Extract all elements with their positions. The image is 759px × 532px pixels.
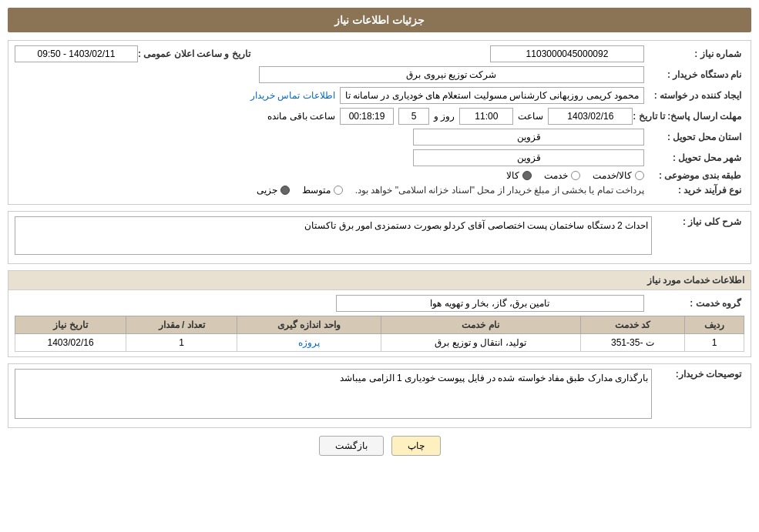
col-quantity: تعداد / مقدار: [126, 316, 237, 334]
buyer-desc-content: بارگذاری مدارک طبق مفاد خواسته شده در فا…: [15, 369, 652, 419]
print-button[interactable]: چاپ: [391, 436, 441, 456]
page-wrapper: جزئیات اطلاعات نیاز شماره نیاز : 1103000…: [0, 0, 759, 532]
buyer-desc-label: توصیحات خریدار:: [652, 369, 744, 380]
row-service-group: گروه خدمت : تامین برق، گاز، بخار و تهویه…: [15, 295, 744, 312]
label-hour: ساعت: [518, 111, 543, 122]
category-goods-label: کالا: [506, 170, 519, 181]
row-city: شهر محل تحویل : قزوین: [15, 149, 744, 166]
label-days: روز و: [434, 111, 455, 122]
radio-partial-circle: [280, 186, 290, 195]
col-code: کد خدمت: [580, 316, 685, 334]
buyer-desc-row: توصیحات خریدار: بارگذاری مدارک طبق مفاد …: [15, 369, 744, 419]
services-table: ردیف کد خدمت نام خدمت واحد اندازه گیری ت…: [15, 316, 744, 352]
label-creator: ایجاد کننده در خواسته :: [644, 90, 744, 101]
need-desc-section: شرح کلی نیاز : احداث 2 دستگاه ساختمان پس…: [8, 211, 751, 264]
page-title: جزئیات اطلاعات نیاز: [8, 8, 751, 32]
cell-row-num: 1: [685, 334, 744, 352]
row-creator: ایجاد کننده در خواسته : محمود کریمی روزب…: [15, 87, 744, 104]
label-category: طبقه بندی موضوعی :: [644, 170, 744, 181]
city-value: قزوین: [413, 149, 644, 166]
services-section: اطلاعات خدمات مورد نیاز گروه خدمت : تامی…: [8, 270, 751, 357]
province-value: قزوین: [413, 129, 644, 146]
need-content-row: شرح کلی نیاز : احداث 2 دستگاه ساختمان پس…: [15, 216, 744, 255]
row-need-number: شماره نیاز : 1103000045000092 تاریخ و سا…: [15, 45, 744, 62]
row-province: استان محل تحویل : قزوین: [15, 129, 744, 146]
radio-goods-circle: [522, 171, 532, 180]
cell-unit: پروژه: [237, 334, 381, 352]
button-area: چاپ بازگشت: [8, 436, 751, 456]
service-group-value: تامین برق، گاز، بخار و تهویه هوا: [336, 295, 644, 312]
creator-value: محمود کریمی روزبهانی کارشناس مسولیت استع…: [340, 87, 644, 104]
radio-medium[interactable]: متوسط: [302, 185, 343, 196]
radio-medium-circle: [334, 186, 343, 195]
cell-name: تولید، انتقال و توزیع برق: [381, 334, 580, 352]
label-city: شهر محل تحویل :: [644, 152, 744, 163]
category-goods-service-label: کالا/خدمت: [593, 170, 632, 181]
label-proc-type: نوع فرآیند خرید :: [644, 185, 744, 196]
label-announce-datetime: تاریخ و ساعت اعلان عمومی :: [138, 49, 254, 59]
row-buyer-name: نام دستگاه خریدار : شرکت توزیع نیروی برق: [15, 66, 744, 83]
radio-goods-service[interactable]: کالا/خدمت: [593, 170, 644, 181]
table-row: 1 ت -35-351 تولید، انتقال و توزیع برق پر…: [15, 334, 744, 352]
reply-remaining-value: 00:18:19: [340, 108, 394, 125]
proc-type-desc: پرداخت تمام یا بخشی از مبلغ خریدار از مح…: [355, 185, 644, 196]
col-row-num: ردیف: [685, 316, 744, 334]
buyer-name-value: شرکت توزیع نیروی برق: [259, 66, 644, 83]
reply-hour-value: 11:00: [459, 108, 513, 125]
col-unit: واحد اندازه گیری: [237, 316, 381, 334]
reply-date-value: 1403/02/16: [548, 108, 633, 125]
label-remaining: ساعت باقی مانده: [267, 111, 335, 122]
radio-goods[interactable]: کالا: [506, 170, 532, 181]
cell-quantity: 1: [126, 334, 237, 352]
announce-datetime-value: 1403/02/11 - 09:50: [15, 45, 138, 62]
services-section-title: اطلاعات خدمات مورد نیاز: [8, 271, 751, 290]
radio-goods-service-circle: [635, 171, 644, 180]
creator-link[interactable]: اطلاعات تماس خریدار: [250, 90, 335, 101]
col-date: تاریخ نیاز: [15, 316, 126, 334]
radio-partial[interactable]: جزیی: [257, 185, 290, 196]
proc-type-medium-label: متوسط: [302, 185, 331, 196]
label-reply-deadline: مهلت ارسال پاسخ: تا تاریخ :: [633, 111, 744, 122]
category-service-label: خدمت: [544, 170, 568, 181]
label-service-group: گروه خدمت :: [644, 298, 744, 309]
need-content: احداث 2 دستگاه ساختمان پست اختصاصی آقای …: [15, 216, 652, 255]
reply-days-value: 5: [398, 108, 429, 125]
back-button[interactable]: بازگشت: [319, 436, 384, 456]
row-reply-deadline: مهلت ارسال پاسخ: تا تاریخ : 1403/02/16 س…: [15, 108, 744, 125]
row-proc-type: نوع فرآیند خرید : پرداخت تمام یا بخشی از…: [15, 185, 744, 196]
cell-code: ت -35-351: [580, 334, 685, 352]
proc-type-partial-label: جزیی: [257, 185, 277, 196]
radio-service[interactable]: خدمت: [544, 170, 580, 181]
label-buyer-name: نام دستگاه خریدار :: [644, 69, 744, 80]
cell-date: 1403/02/16: [15, 334, 126, 352]
col-name: نام خدمت: [381, 316, 580, 334]
buyer-desc-section: توصیحات خریدار: بارگذاری مدارک طبق مفاد …: [8, 363, 751, 428]
need-section-title: شرح کلی نیاز :: [652, 216, 744, 227]
need-number-value: 1103000045000092: [490, 45, 644, 62]
category-radio-group: کالا/خدمت خدمت کالا: [15, 170, 644, 181]
radio-service-circle: [571, 171, 580, 180]
row-category: طبقه بندی موضوعی : کالا/خدمت خدمت کالا: [15, 170, 744, 181]
table-header-row: ردیف کد خدمت نام خدمت واحد اندازه گیری ت…: [15, 316, 744, 334]
proc-type-radio-group: پرداخت تمام یا بخشی از مبلغ خریدار از مح…: [15, 185, 644, 196]
label-province: استان محل تحویل :: [644, 132, 744, 142]
main-info-section: شماره نیاز : 1103000045000092 تاریخ و سا…: [8, 40, 751, 205]
label-need-number: شماره نیاز :: [644, 49, 744, 59]
